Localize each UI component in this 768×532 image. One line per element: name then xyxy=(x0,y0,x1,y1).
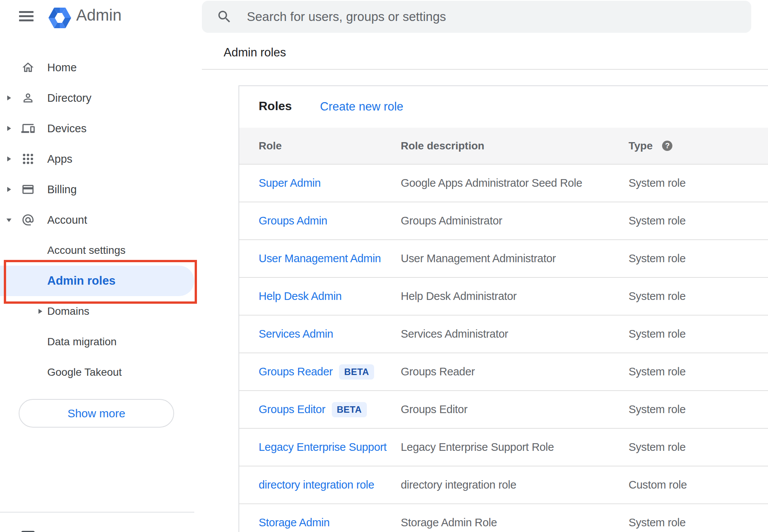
sidebar-item-label: Directory xyxy=(47,92,91,104)
role-description: Groups Editor xyxy=(401,403,629,416)
sidebar-item-billing[interactable]: Billing xyxy=(0,174,197,205)
table-row: Super Admin Google Apps Administrator Se… xyxy=(239,164,768,202)
roles-card-header: Roles Create new role xyxy=(239,86,768,128)
chevron-right-icon[interactable] xyxy=(6,95,12,101)
chevron-right-icon[interactable] xyxy=(6,125,12,132)
sidebar-item-apps[interactable]: Apps xyxy=(0,144,197,174)
sidebar-item-label: Data migration xyxy=(47,336,117,348)
sidebar-item-label: Home xyxy=(47,61,77,74)
role-description: Groups Reader xyxy=(401,365,629,378)
table-header-row: Role Role description Type ? xyxy=(239,128,768,164)
sidebar-item-label: Account settings xyxy=(47,244,125,256)
sidebar-item-label: Apps xyxy=(47,153,72,165)
column-header-type: Type ? xyxy=(629,140,672,152)
role-link[interactable]: Groups Reader xyxy=(259,365,333,378)
sidebar-item-google-takeout[interactable]: Google Takeout xyxy=(0,357,197,388)
role-link[interactable]: Super Admin xyxy=(259,177,321,189)
person-icon xyxy=(21,91,35,105)
sidebar-item-label: Billing xyxy=(47,183,77,196)
beta-badge: BETA xyxy=(339,364,374,380)
chevron-right-icon[interactable] xyxy=(6,186,12,193)
table-row: Help Desk Admin Help Desk Administrator … xyxy=(239,277,768,315)
role-description: Storage Admin Role xyxy=(401,516,629,529)
role-description: Services Administrator xyxy=(401,328,629,340)
sidebar-item-account[interactable]: Account xyxy=(0,205,197,235)
role-description: Legacy Enterprise Support Role xyxy=(401,441,629,453)
sidebar-item-home[interactable]: Home xyxy=(0,52,197,83)
role-description: Groups Administrator xyxy=(401,215,629,227)
role-link[interactable]: Legacy Enterprise Support xyxy=(259,441,387,453)
table-row: Groups Admin Groups Administrator System… xyxy=(239,202,768,239)
devices-icon xyxy=(21,122,35,135)
apps-grid-icon xyxy=(21,152,35,166)
search-bar[interactable] xyxy=(202,1,751,33)
role-description: User Management Administrator xyxy=(401,252,629,265)
role-type: System role xyxy=(629,328,686,340)
create-new-role-link[interactable]: Create new role xyxy=(320,101,403,112)
role-link[interactable]: Storage Admin xyxy=(259,516,330,529)
role-type: Custom role xyxy=(629,479,687,491)
google-admin-logo-icon xyxy=(48,6,71,29)
role-link[interactable]: Help Desk Admin xyxy=(259,290,342,303)
table-row: Storage Admin Storage Admin Role System … xyxy=(239,503,768,532)
sidebar-item-admin-roles[interactable]: Admin roles xyxy=(0,266,194,296)
role-link[interactable]: directory integration role xyxy=(259,479,374,491)
show-more-button[interactable]: Show more xyxy=(19,399,174,428)
role-type: System role xyxy=(629,252,686,265)
chevron-right-icon[interactable] xyxy=(6,156,12,162)
role-type: System role xyxy=(629,441,686,453)
role-description: directory integration role xyxy=(401,479,629,491)
help-icon[interactable]: ? xyxy=(662,141,672,151)
roles-card: Roles Create new role Role Role descript… xyxy=(238,85,768,532)
sidebar-item-label: Devices xyxy=(47,122,86,135)
role-type: System role xyxy=(629,365,686,378)
table-row: User Management Admin User Management Ad… xyxy=(239,239,768,277)
role-type: System role xyxy=(629,516,686,529)
table-row: Groups Editor BETA Groups Editor System … xyxy=(239,390,768,428)
chevron-right-icon[interactable] xyxy=(37,308,43,315)
role-type: System role xyxy=(629,403,686,416)
role-link[interactable]: Groups Editor xyxy=(259,403,325,416)
credit-card-icon xyxy=(21,183,35,196)
role-description: Google Apps Administrator Seed Role xyxy=(401,177,629,189)
home-icon xyxy=(21,61,35,74)
search-icon xyxy=(216,9,232,25)
search-input[interactable] xyxy=(247,1,742,33)
sidebar-item-domains[interactable]: Domains xyxy=(0,296,197,327)
table-row: Legacy Enterprise Support Legacy Enterpr… xyxy=(239,428,768,466)
sidebar-item-label: Admin roles xyxy=(47,274,115,288)
sidebar-item-devices[interactable]: Devices xyxy=(0,113,197,144)
sidebar-item-data-migration[interactable]: Data migration xyxy=(0,327,197,357)
column-header-type-label: Type xyxy=(629,140,653,152)
sidebar-item-label: Google Takeout xyxy=(47,366,122,378)
role-link[interactable]: User Management Admin xyxy=(259,252,381,265)
role-link[interactable]: Groups Admin xyxy=(259,215,327,227)
sidebar-item-label: Account xyxy=(47,214,87,226)
product-name: Admin xyxy=(76,7,122,24)
sidebar-bottom-divider xyxy=(0,512,194,513)
role-type: System role xyxy=(629,177,686,189)
column-header-role-description: Role description xyxy=(401,140,629,152)
role-link[interactable]: Services Admin xyxy=(259,328,333,340)
card-title: Roles xyxy=(259,100,292,112)
table-row: directory integration role directory int… xyxy=(239,466,768,503)
column-header-role: Role xyxy=(259,140,401,152)
table-row: Groups Reader BETA Groups Reader System … xyxy=(239,353,768,390)
role-type: System role xyxy=(629,290,686,303)
page-title: Admin roles xyxy=(224,46,286,59)
sidebar-item-label: Domains xyxy=(47,305,89,317)
role-description: Help Desk Administrator xyxy=(401,290,629,303)
title-divider xyxy=(202,69,768,70)
sidebar: Home Directory Devices Apps Billing xyxy=(0,52,197,388)
role-type: System role xyxy=(629,215,686,227)
at-sign-icon xyxy=(21,213,35,227)
sidebar-item-account-settings[interactable]: Account settings xyxy=(0,235,197,266)
beta-badge: BETA xyxy=(332,402,367,417)
chevron-down-icon[interactable] xyxy=(6,217,12,223)
table-row: Services Admin Services Administrator Sy… xyxy=(239,315,768,353)
sidebar-item-directory[interactable]: Directory xyxy=(0,83,197,113)
menu-icon[interactable] xyxy=(19,7,34,25)
